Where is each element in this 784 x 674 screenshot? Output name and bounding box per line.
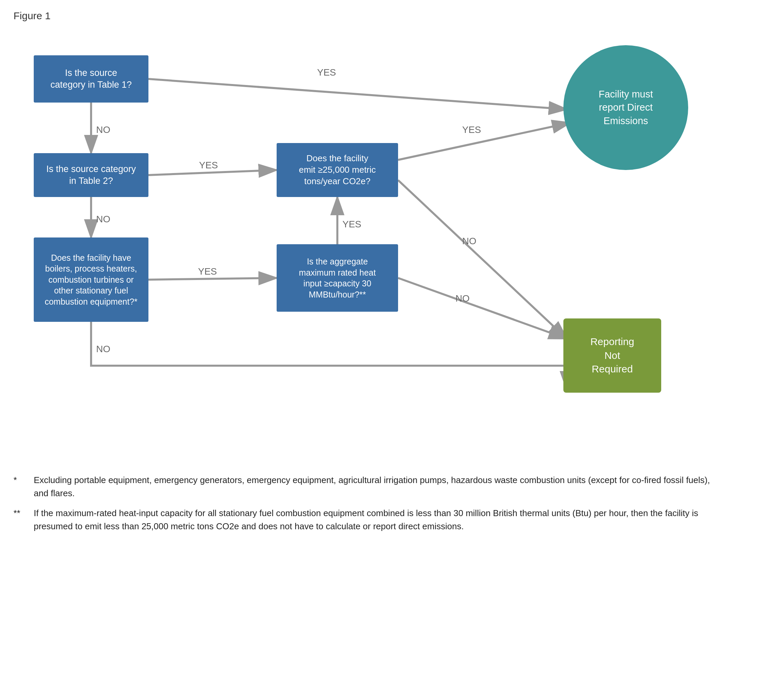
svg-text:NO: NO xyxy=(96,125,110,135)
svg-text:NO: NO xyxy=(462,236,476,246)
svg-text:NO: NO xyxy=(456,293,470,304)
box-emissions: Does the facilityemit ≥25,000 metrictons… xyxy=(277,143,398,197)
rect-not-required: ReportingNotRequired xyxy=(563,318,661,393)
svg-line-1 xyxy=(148,79,567,109)
footnotes-container: * Excluding portable equipment, emergenc… xyxy=(14,474,722,533)
box-table1: Is the sourcecategory in Table 1? xyxy=(34,55,148,103)
svg-text:NO: NO xyxy=(96,214,110,224)
diagram-container: YES NO YES NO YES NO YES YES NO NO Is th… xyxy=(14,28,756,460)
svg-line-18 xyxy=(398,278,567,339)
box-table2: Is the source categoryin Table 2? xyxy=(34,153,148,197)
svg-text:YES: YES xyxy=(317,67,336,78)
figure-label: Figure 1 xyxy=(14,10,770,22)
footnote-text-2: If the maximum-rated heat-input capacity… xyxy=(34,507,722,533)
box-boilers: Does the facility haveboilers, process h… xyxy=(34,238,148,322)
footnote-symbol-2: ** xyxy=(14,507,34,533)
footnote-2: ** If the maximum-rated heat-input capac… xyxy=(14,507,722,533)
box-heat-input: Is the aggregatemaximum rated heatinput … xyxy=(277,244,398,312)
svg-line-9 xyxy=(148,278,277,280)
svg-line-16 xyxy=(398,180,567,339)
svg-text:YES: YES xyxy=(198,266,217,277)
circle-must-report: Facility mustreport DirectEmissions xyxy=(563,45,688,170)
footnote-1: * Excluding portable equipment, emergenc… xyxy=(14,474,722,500)
svg-text:NO: NO xyxy=(96,344,110,354)
svg-text:YES: YES xyxy=(462,125,481,135)
footnote-text-1: Excluding portable equipment, emergency … xyxy=(34,474,722,500)
footnote-symbol-1: * xyxy=(14,474,34,500)
svg-text:YES: YES xyxy=(199,160,218,170)
svg-text:YES: YES xyxy=(342,219,361,229)
svg-line-14 xyxy=(398,123,570,160)
svg-line-5 xyxy=(148,170,277,175)
